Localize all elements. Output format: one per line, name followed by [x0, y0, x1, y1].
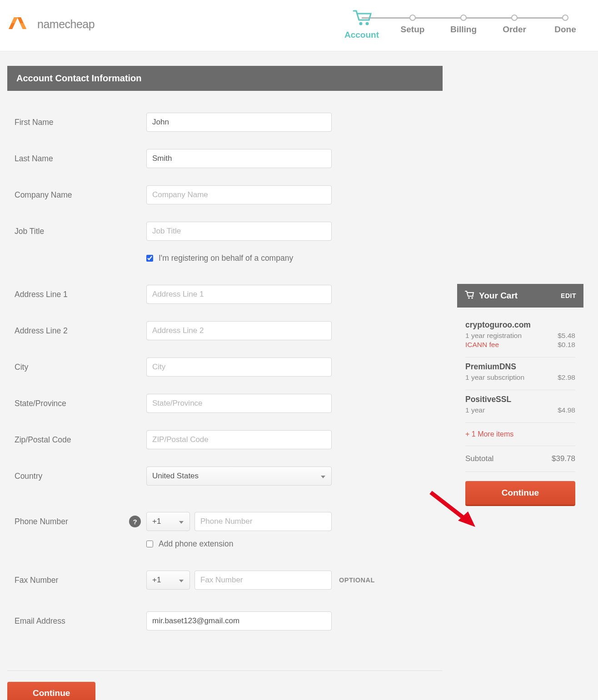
phone-ext-label: Add phone extension	[159, 539, 233, 549]
cart-icon	[464, 290, 474, 301]
phone-label: Phone Number ?	[14, 517, 146, 526]
step-setup[interactable]: Setup	[387, 8, 438, 35]
help-icon[interactable]: ?	[129, 516, 141, 527]
step-label: Account	[344, 30, 379, 40]
state-input[interactable]	[146, 394, 332, 413]
last-name-input[interactable]	[146, 149, 332, 168]
cart-step-icon	[351, 8, 373, 28]
logo-text: namecheap	[37, 18, 95, 31]
job-title-input[interactable]	[146, 222, 332, 241]
cart-panel: Your Cart EDIT cryptoguroo.com 1 year re…	[457, 284, 583, 514]
first-name-input[interactable]	[146, 113, 332, 132]
company-name-label: Company Name	[14, 190, 146, 200]
step-billing[interactable]: Billing	[438, 8, 489, 35]
fax-input[interactable]	[194, 571, 332, 590]
company-name-input[interactable]	[146, 185, 332, 204]
divider	[7, 670, 443, 671]
step-circle-icon	[511, 15, 518, 21]
first-name-label: First Name	[14, 118, 146, 127]
fax-cc-select[interactable]	[146, 571, 190, 590]
address1-label: Address Line 1	[14, 290, 146, 299]
country-select[interactable]	[146, 467, 332, 486]
zip-label: Zip/Postal Code	[14, 435, 146, 445]
step-circle-icon	[460, 15, 467, 21]
logo-mark-icon	[7, 15, 35, 33]
step-done[interactable]: Done	[540, 8, 591, 35]
address1-input[interactable]	[146, 285, 332, 304]
checkout-stepper: Account Setup Billing Order Done	[336, 8, 591, 40]
fax-label: Fax Number	[14, 576, 146, 585]
continue-button[interactable]: Continue	[7, 682, 95, 700]
country-label: Country	[14, 472, 146, 481]
email-input[interactable]	[146, 611, 332, 630]
cart-item: PremiumDNS 1 year subscription$2.98	[465, 357, 575, 390]
cart-item-title: PremiumDNS	[465, 362, 575, 372]
cart-continue-button[interactable]: Continue	[465, 481, 575, 506]
phone-cc-select[interactable]	[146, 512, 190, 531]
city-input[interactable]	[146, 357, 332, 377]
account-contact-panel: Account Contact Information First Name L…	[7, 66, 443, 657]
step-circle-icon	[409, 15, 416, 21]
cart-edit-link[interactable]: EDIT	[561, 292, 576, 299]
address2-label: Address Line 2	[14, 326, 146, 336]
email-label: Email Address	[14, 616, 146, 626]
cart-item: PositiveSSL 1 year$4.98	[465, 390, 575, 423]
step-order[interactable]: Order	[489, 8, 540, 35]
zip-input[interactable]	[146, 430, 332, 449]
svg-point-3	[471, 297, 473, 299]
cart-item-title: PositiveSSL	[465, 395, 575, 404]
svg-point-2	[468, 297, 470, 299]
cart-more-link[interactable]: + 1 More items	[465, 423, 575, 446]
address2-input[interactable]	[146, 321, 332, 340]
state-label: State/Province	[14, 399, 146, 408]
city-label: City	[14, 362, 146, 372]
step-label: Billing	[450, 25, 477, 35]
on-behalf-checkbox[interactable]	[146, 255, 153, 262]
phone-input[interactable]	[194, 512, 332, 531]
phone-ext-checkbox[interactable]	[146, 541, 153, 547]
step-label: Setup	[401, 25, 425, 35]
job-title-label: Job Title	[14, 227, 146, 236]
optional-badge: OPTIONAL	[339, 576, 375, 584]
header: namecheap Account Setup Billing Order	[0, 0, 598, 51]
cart-item-title: cryptoguroo.com	[465, 320, 575, 330]
last-name-label: Last Name	[14, 154, 146, 164]
cart-subtotal: Subtotal $39.78	[465, 446, 575, 472]
cart-title: Your Cart	[479, 291, 518, 301]
step-label: Order	[503, 25, 526, 35]
step-label: Done	[554, 25, 576, 35]
panel-title: Account Contact Information	[7, 66, 443, 91]
logo[interactable]: namecheap	[7, 15, 95, 33]
step-circle-icon	[562, 15, 568, 21]
svg-point-1	[366, 22, 369, 25]
cart-item: cryptoguroo.com 1 year registration$5.48…	[465, 316, 575, 357]
svg-point-0	[359, 22, 363, 25]
step-account[interactable]: Account	[336, 8, 387, 40]
icann-fee-label: ICANN fee	[465, 341, 499, 349]
on-behalf-label: I'm registering on behalf of a company	[159, 253, 293, 263]
